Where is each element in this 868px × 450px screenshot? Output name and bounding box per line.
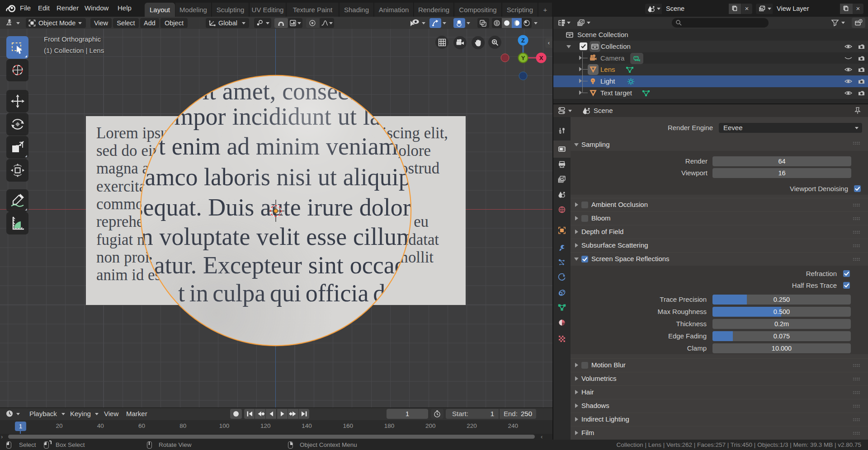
svg-text:Z: Z: [521, 37, 525, 44]
svg-text:Y: Y: [521, 55, 525, 61]
svg-text:X: X: [539, 55, 543, 61]
